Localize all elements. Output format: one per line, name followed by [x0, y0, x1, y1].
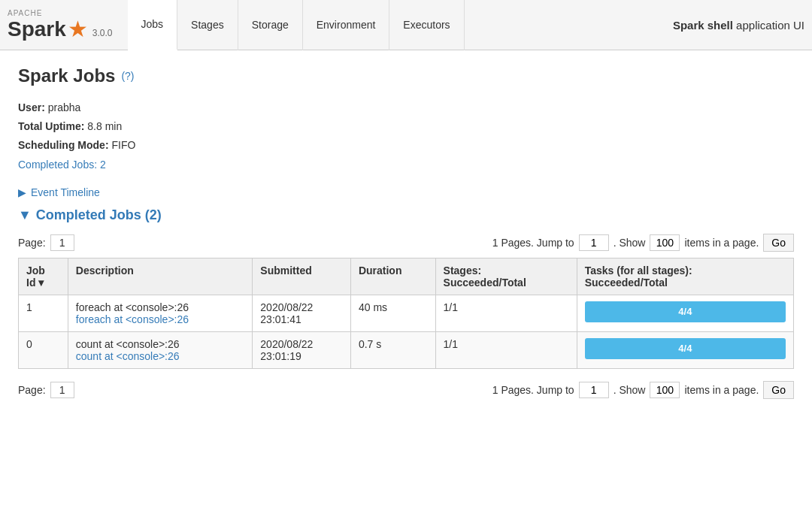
apache-label: APACHE: [8, 9, 42, 17]
cell-tasks: 4/4: [577, 331, 793, 368]
spark-star-icon: ★: [68, 18, 88, 41]
show-text-bottom: . Show: [614, 384, 646, 396]
header: APACHE Spark ★ 3.0.0 Jobs Stages Storage…: [0, 0, 812, 50]
current-page-bottom: 1: [50, 382, 74, 398]
user-label: User:: [18, 101, 45, 113]
nav-tab-environment[interactable]: Environment: [303, 0, 390, 50]
nav-tabs: Jobs Stages Storage Environment Executor…: [128, 0, 673, 50]
app-title-bold: Spark shell: [673, 19, 733, 32]
completed-jobs-section: ▼ Completed Jobs (2) Page: 1 1 Pages. Ju…: [18, 207, 794, 399]
completed-jobs-value: 2: [100, 159, 106, 171]
uptime-info: Total Uptime: 8.8 min: [18, 117, 794, 136]
table-row: 1foreach at <console>:26foreach at <cons…: [19, 295, 794, 331]
scheduling-value: FIFO: [111, 139, 135, 151]
nav-tab-stages[interactable]: Stages: [177, 0, 238, 50]
description-line1: foreach at <console>:26: [76, 301, 245, 313]
cell-submitted: 2020/08/2223:01:41: [253, 295, 351, 331]
version-label: 3.0.0: [92, 28, 113, 38]
description-line1: count at <console>:26: [76, 338, 245, 350]
tasks-progress-bar: 4/4: [585, 301, 786, 322]
page-title-text: Spark Jobs: [18, 65, 115, 86]
user-info: User: prabha: [18, 98, 794, 117]
app-title-rest: application UI: [733, 19, 804, 32]
table-row: 0count at <console>:26count at <console>…: [19, 331, 794, 368]
logo-area: APACHE Spark ★ 3.0.0: [8, 9, 113, 41]
go-button-top[interactable]: Go: [763, 234, 794, 252]
show-text-top: . Show: [614, 237, 646, 249]
col-duration: Duration: [350, 258, 435, 295]
cell-description: count at <console>:26count at <console>:…: [68, 331, 253, 368]
help-link[interactable]: (?): [121, 70, 134, 82]
col-description: Description: [68, 258, 253, 295]
completed-jobs-info: Completed Jobs: 2: [18, 156, 794, 174]
page-label-bottom: Page:: [18, 384, 46, 396]
col-stages: Stages:Succeeded/Total: [435, 258, 577, 295]
description-link[interactable]: foreach at <console>:26: [76, 313, 189, 325]
completed-jobs-label: Completed Jobs:: [18, 159, 97, 171]
nav-tab-executors[interactable]: Executors: [389, 0, 464, 50]
current-page-top: 1: [50, 234, 74, 251]
event-timeline-toggle[interactable]: ▶ Event Timeline: [18, 186, 794, 198]
pagination-bottom: Page: 1 1 Pages. Jump to . Show items in…: [18, 381, 794, 399]
items-text-top: items in a page.: [684, 237, 759, 249]
col-submitted: Submitted: [253, 258, 351, 295]
tasks-progress-bar: 4/4: [585, 338, 786, 359]
description-link[interactable]: count at <console>:26: [76, 350, 180, 362]
jobs-table: JobId ▾ Description Submitted Duration S…: [18, 258, 794, 369]
items-text-bottom: items in a page.: [684, 384, 759, 396]
completed-arrow: ▼: [18, 207, 32, 223]
cell-stages: 1/1: [435, 295, 577, 331]
cell-duration: 0.7 s: [350, 331, 435, 368]
cell-job-id: 0: [19, 331, 68, 368]
cell-tasks: 4/4: [577, 295, 793, 331]
table-header-row: JobId ▾ Description Submitted Duration S…: [19, 258, 794, 295]
show-input-bottom[interactable]: [650, 382, 680, 398]
main-content: Spark Jobs (?) User: prabha Total Uptime…: [0, 50, 812, 420]
page-title: Spark Jobs (?): [18, 65, 794, 86]
pages-text-top: 1 Pages. Jump to: [492, 237, 574, 249]
cell-duration: 40 ms: [350, 295, 435, 331]
event-timeline-arrow: ▶: [18, 186, 26, 198]
scheduling-label: Scheduling Mode:: [18, 139, 109, 151]
scheduling-info: Scheduling Mode: FIFO: [18, 136, 794, 155]
nav-tab-storage[interactable]: Storage: [238, 0, 303, 50]
show-input-top[interactable]: [650, 234, 680, 251]
cell-job-id: 1: [19, 295, 68, 331]
pages-text-bottom: 1 Pages. Jump to: [492, 384, 574, 396]
cell-description: foreach at <console>:26foreach at <conso…: [68, 295, 253, 331]
spark-logo-text: Spark: [8, 17, 66, 41]
completed-jobs-link[interactable]: Completed Jobs: 2: [18, 159, 106, 171]
event-timeline-section: ▶ Event Timeline: [18, 186, 794, 198]
jump-input-top[interactable]: [579, 234, 609, 251]
pagination-top: Page: 1 1 Pages. Jump to . Show items in…: [18, 234, 794, 252]
col-job-id: JobId ▾: [19, 258, 68, 295]
sort-icon: ▾: [38, 277, 44, 289]
completed-section-header: ▼ Completed Jobs (2): [18, 207, 794, 223]
info-section: User: prabha Total Uptime: 8.8 min Sched…: [18, 98, 794, 174]
app-title: Spark shell application UI: [673, 19, 804, 32]
go-button-bottom[interactable]: Go: [763, 381, 794, 399]
cell-submitted: 2020/08/2223:01:19: [253, 331, 351, 368]
nav-tab-jobs[interactable]: Jobs: [128, 0, 178, 50]
uptime-label: Total Uptime:: [18, 120, 84, 132]
jump-input-bottom[interactable]: [579, 382, 609, 398]
cell-stages: 1/1: [435, 331, 577, 368]
event-timeline-label: Event Timeline: [31, 186, 100, 198]
col-tasks: Tasks (for all stages):Succeeded/Total: [577, 258, 793, 295]
completed-label: Completed Jobs (2): [36, 207, 162, 223]
page-label-top: Page:: [18, 237, 46, 249]
user-value: prabha: [48, 101, 81, 113]
uptime-value: 8.8 min: [87, 120, 122, 132]
